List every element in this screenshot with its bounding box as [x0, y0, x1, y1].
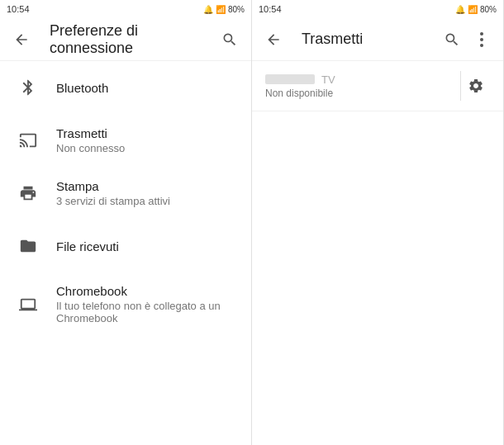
- cast-icon: [13, 125, 43, 155]
- wifi-icon-left: 📶: [216, 5, 226, 14]
- status-icons-left: 🔔 📶 80%: [203, 5, 245, 14]
- file-ricevuti-content: File ricevuti: [56, 239, 238, 253]
- time-right: 10:54: [259, 4, 282, 14]
- list-item-trasmetti[interactable]: Trasmetti Non connesso: [0, 114, 251, 167]
- status-icons-right: 🔔 📶 80%: [455, 5, 497, 14]
- chromebook-content: Chromebook Il tuo telefono non è collega…: [56, 284, 238, 324]
- bluetooth-title: Bluetooth: [56, 81, 238, 95]
- device-tv-label: TV: [321, 73, 335, 86]
- trasmetti-content: Trasmetti Non connesso: [56, 126, 238, 154]
- left-screen: 10:54 🔔 📶 80% Preferenze di connessione …: [0, 0, 252, 445]
- app-bar-right: Trasmetti: [252, 18, 503, 61]
- device-name-row: TV: [265, 73, 454, 86]
- search-button-right[interactable]: [437, 25, 467, 54]
- device-name-placeholder: [265, 74, 315, 84]
- status-bar-left: 10:54 🔔 📶 80%: [0, 0, 251, 18]
- file-ricevuti-title: File ricevuti: [56, 239, 238, 253]
- app-bar-title-right: Trasmetti: [302, 31, 437, 48]
- battery-right: 80%: [480, 5, 497, 14]
- back-button-right[interactable]: [259, 25, 288, 54]
- more-options-button[interactable]: [467, 25, 497, 54]
- list-item-chromebook[interactable]: Chromebook Il tuo telefono non è collega…: [0, 272, 251, 336]
- back-button-left[interactable]: [7, 25, 36, 54]
- device-status: Non disponibile: [265, 88, 454, 99]
- device-item[interactable]: TV Non disponibile: [252, 61, 503, 111]
- device-info: TV Non disponibile: [265, 73, 454, 99]
- time-left: 10:54: [7, 4, 30, 14]
- device-settings-button[interactable]: [460, 71, 490, 101]
- stampa-subtitle: 3 servizi di stampa attivi: [56, 195, 238, 207]
- print-icon: [13, 178, 43, 208]
- chromebook-subtitle: Il tuo telefono non è collegato a un Chr…: [56, 300, 238, 324]
- folder-icon: [13, 231, 43, 261]
- right-screen: 10:54 🔔 📶 80% Trasmetti TV Non dispon: [252, 0, 504, 445]
- wifi-icon-right: 📶: [468, 5, 478, 14]
- trasmetti-title: Trasmetti: [56, 126, 238, 140]
- alarm-icon-left: 🔔: [203, 5, 213, 14]
- app-bar-title-left: Preferenze di connessione: [50, 22, 215, 57]
- app-bar-left: Preferenze di connessione: [0, 18, 251, 61]
- search-button-left[interactable]: [215, 25, 245, 54]
- stampa-content: Stampa 3 servizi di stampa attivi: [56, 179, 238, 207]
- trasmetti-subtitle: Non connesso: [56, 142, 238, 154]
- stampa-title: Stampa: [56, 179, 238, 193]
- bluetooth-content: Bluetooth: [56, 81, 238, 95]
- chromebook-icon: [13, 290, 43, 320]
- battery-left: 80%: [228, 5, 245, 14]
- list-item-file-ricevuti[interactable]: File ricevuti: [0, 220, 251, 272]
- alarm-icon-right: 🔔: [455, 5, 465, 14]
- status-bar-right: 10:54 🔔 📶 80%: [252, 0, 503, 18]
- list-item-stampa[interactable]: Stampa 3 servizi di stampa attivi: [0, 167, 251, 220]
- bluetooth-icon: [13, 73, 43, 102]
- chromebook-title: Chromebook: [56, 284, 238, 298]
- more-vert-icon: [473, 31, 490, 48]
- list-item-bluetooth[interactable]: Bluetooth: [0, 61, 251, 114]
